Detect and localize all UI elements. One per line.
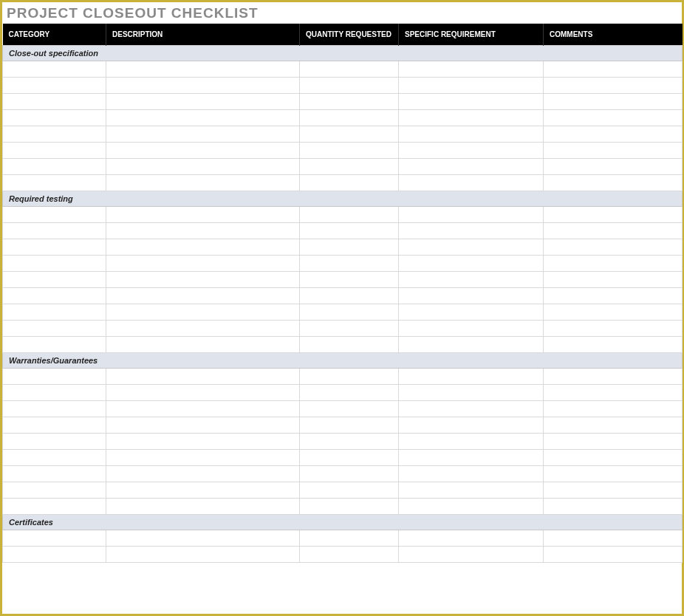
table-cell[interactable] [544, 547, 683, 563]
table-cell[interactable] [544, 175, 683, 191]
table-cell[interactable] [399, 434, 544, 450]
table-cell[interactable] [3, 94, 106, 110]
table-cell[interactable] [106, 239, 300, 256]
table-cell[interactable] [300, 499, 399, 515]
table-cell[interactable] [300, 110, 399, 126]
table-cell[interactable] [106, 482, 300, 499]
table-cell[interactable] [399, 207, 544, 223]
table-cell[interactable] [399, 499, 544, 515]
table-cell[interactable] [399, 78, 544, 94]
table-cell[interactable] [3, 530, 106, 547]
table-cell[interactable] [300, 143, 399, 159]
table-cell[interactable] [399, 143, 544, 159]
table-cell[interactable] [399, 288, 544, 304]
table-cell[interactable] [3, 547, 106, 563]
table-cell[interactable] [106, 337, 300, 353]
table-cell[interactable] [106, 401, 300, 417]
table-cell[interactable] [300, 547, 399, 563]
table-cell[interactable] [544, 272, 683, 288]
table-cell[interactable] [106, 450, 300, 466]
table-cell[interactable] [399, 466, 544, 482]
table-cell[interactable] [3, 385, 106, 401]
table-cell[interactable] [106, 126, 300, 143]
table-cell[interactable] [399, 530, 544, 547]
table-cell[interactable] [106, 499, 300, 515]
table-cell[interactable] [3, 207, 106, 223]
table-cell[interactable] [544, 94, 683, 110]
table-cell[interactable] [399, 223, 544, 239]
table-cell[interactable] [3, 175, 106, 191]
table-cell[interactable] [106, 78, 300, 94]
table-cell[interactable] [300, 256, 399, 272]
table-cell[interactable] [106, 110, 300, 126]
table-cell[interactable] [106, 143, 300, 159]
table-cell[interactable] [300, 482, 399, 499]
table-cell[interactable] [3, 126, 106, 143]
table-cell[interactable] [106, 321, 300, 337]
table-cell[interactable] [3, 143, 106, 159]
table-cell[interactable] [544, 207, 683, 223]
table-cell[interactable] [399, 385, 544, 401]
table-cell[interactable] [544, 401, 683, 417]
table-cell[interactable] [544, 239, 683, 256]
table-cell[interactable] [3, 466, 106, 482]
table-cell[interactable] [544, 288, 683, 304]
table-cell[interactable] [300, 401, 399, 417]
table-cell[interactable] [106, 207, 300, 223]
table-cell[interactable] [106, 466, 300, 482]
table-cell[interactable] [544, 466, 683, 482]
table-cell[interactable] [3, 450, 106, 466]
table-cell[interactable] [106, 547, 300, 563]
table-cell[interactable] [3, 159, 106, 175]
table-cell[interactable] [544, 304, 683, 321]
table-cell[interactable] [544, 499, 683, 515]
table-cell[interactable] [3, 256, 106, 272]
table-cell[interactable] [3, 223, 106, 239]
table-cell[interactable] [300, 321, 399, 337]
table-cell[interactable] [399, 159, 544, 175]
table-cell[interactable] [106, 434, 300, 450]
table-cell[interactable] [544, 126, 683, 143]
table-cell[interactable] [300, 434, 399, 450]
table-cell[interactable] [3, 499, 106, 515]
table-cell[interactable] [3, 369, 106, 385]
table-cell[interactable] [544, 143, 683, 159]
table-cell[interactable] [544, 337, 683, 353]
table-cell[interactable] [300, 304, 399, 321]
table-cell[interactable] [300, 288, 399, 304]
table-cell[interactable] [544, 369, 683, 385]
table-cell[interactable] [3, 321, 106, 337]
table-cell[interactable] [106, 530, 300, 547]
table-cell[interactable] [399, 321, 544, 337]
table-cell[interactable] [300, 450, 399, 466]
table-cell[interactable] [544, 223, 683, 239]
table-cell[interactable] [300, 466, 399, 482]
table-cell[interactable] [3, 337, 106, 353]
table-cell[interactable] [3, 239, 106, 256]
table-cell[interactable] [106, 256, 300, 272]
table-cell[interactable] [106, 417, 300, 434]
table-cell[interactable] [399, 94, 544, 110]
table-cell[interactable] [300, 207, 399, 223]
table-cell[interactable] [544, 256, 683, 272]
table-cell[interactable] [300, 223, 399, 239]
table-cell[interactable] [300, 417, 399, 434]
table-cell[interactable] [544, 110, 683, 126]
table-cell[interactable] [3, 272, 106, 288]
table-cell[interactable] [3, 288, 106, 304]
table-cell[interactable] [399, 175, 544, 191]
table-cell[interactable] [106, 94, 300, 110]
table-cell[interactable] [300, 369, 399, 385]
table-cell[interactable] [3, 401, 106, 417]
table-cell[interactable] [544, 482, 683, 499]
table-cell[interactable] [544, 450, 683, 466]
table-cell[interactable] [300, 159, 399, 175]
table-cell[interactable] [544, 159, 683, 175]
table-cell[interactable] [399, 126, 544, 143]
table-cell[interactable] [399, 417, 544, 434]
table-cell[interactable] [399, 239, 544, 256]
table-cell[interactable] [300, 78, 399, 94]
table-cell[interactable] [3, 482, 106, 499]
table-cell[interactable] [399, 401, 544, 417]
table-cell[interactable] [106, 175, 300, 191]
